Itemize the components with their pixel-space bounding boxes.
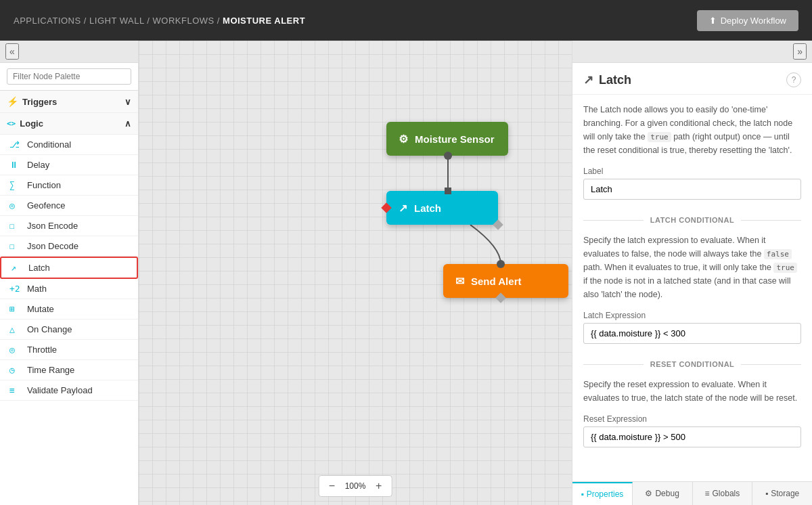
sidebar-item-delay[interactable]: ⏸ Delay [0, 155, 138, 175]
sidebar-item-icon-8: ⊞ [9, 304, 24, 314]
sidebar-item-json-decode[interactable]: ☐ Json Decode [0, 236, 138, 257]
latch-conditional-divider: LATCH CONDITIONAL [583, 216, 801, 224]
sidebar-item-label-0: Conditional [27, 139, 71, 150]
zoom-level: 100% [342, 481, 369, 491]
latch-title-label: Latch [599, 73, 631, 87]
sidebar-item-icon-5: ☐ [9, 241, 24, 251]
sidebar-collapse-button[interactable]: « [5, 43, 19, 60]
tab-globals[interactable]: ≡ Globals [693, 482, 753, 505]
latch-node-icon: ↗ [399, 202, 407, 215]
tab-icon-1: ⚙ [645, 489, 652, 498]
right-panel-header: ↗ Latch ? [572, 63, 812, 95]
tab-icon-0: ▪ [581, 489, 583, 499]
moisture-sensor-label: Moisture Sensor [415, 133, 495, 145]
sidebar-item-icon-10: ◎ [9, 345, 24, 355]
right-panel-body: The Latch node allows you to easily do '… [572, 95, 812, 481]
right-panel-top-controls: » [572, 41, 812, 63]
node-send-alert[interactable]: ✉ Send Alert [443, 264, 568, 298]
help-icon[interactable]: ? [786, 72, 801, 87]
sidebar-item-label-7: Math [27, 284, 47, 294]
zoom-out-button[interactable]: − [326, 479, 338, 493]
deploy-workflow-button[interactable]: ⬆ Deploy Workflow [697, 10, 798, 31]
sidebar-item-time-range[interactable]: ◷ Time Range [0, 360, 138, 380]
sidebar-item-icon-1: ⏸ [9, 160, 24, 170]
send-alert-label: Send Alert [471, 276, 521, 287]
sidebar-section-triggers-header[interactable]: ⚡ Triggers ∨ [0, 91, 138, 112]
sidebar-item-icon-0: ⎇ [9, 139, 24, 150]
reset-conditional-description: Specify the reset expression to evaluate… [583, 378, 801, 405]
right-panel-tabs: ▪ Properties ⚙ Debug ≡ Globals ▪ Storage [572, 481, 812, 505]
send-alert-icon: ✉ [455, 275, 464, 288]
sidebar-item-icon-4: ☐ [9, 221, 24, 231]
deploy-label: Deploy Workflow [721, 16, 786, 26]
sidebar-item-icon-2: ∑ [9, 180, 24, 190]
canvas-area[interactable]: ⚙ Moisture Sensor ↗ Latch ✉ Send Alert −… [139, 41, 572, 505]
right-panel: » ↗ Latch ? The Latch node allows you to… [572, 41, 812, 505]
tab-label-1: Debug [655, 489, 679, 498]
sidebar-item-label-10: Throttle [27, 345, 57, 355]
tab-debug[interactable]: ⚙ Debug [633, 482, 693, 505]
tab-label-0: Properties [587, 489, 624, 499]
tab-storage[interactable]: ▪ Storage [752, 482, 812, 505]
sidebar-item-math[interactable]: +2 Math [0, 279, 138, 299]
sidebar-item-icon-11: ◷ [9, 365, 24, 375]
latch-description: The Latch node allows you to easily do '… [583, 103, 801, 157]
sidebar-item-icon-12: ≡ [9, 385, 24, 395]
sidebar-item-conditional[interactable]: ⎇ Conditional [0, 135, 138, 155]
main-layout: « ⚡ Triggers ∨ <> Logic ∧ [0, 41, 812, 505]
deploy-icon: ⬆ [709, 16, 717, 26]
latch-node-label: Latch [414, 202, 441, 214]
latch-expression-label: Latch Expression [583, 311, 801, 320]
sidebar-section-triggers: ⚡ Triggers ∨ [0, 91, 138, 113]
connector-latch-top [445, 188, 451, 194]
breadcrumb: APPLICATIONS / LIGHT WALL / WORKFLOWS / … [14, 16, 305, 26]
sidebar-item-label-12: Validate Payload [27, 385, 93, 395]
sidebar: « ⚡ Triggers ∨ <> Logic ∧ [0, 41, 139, 505]
sidebar-item-label-6: Latch [28, 263, 50, 273]
tab-icon-3: ▪ [765, 489, 768, 498]
sidebar-item-label-8: Mutate [27, 304, 54, 314]
sidebar-search-area [0, 63, 138, 91]
sidebar-item-validate-payload[interactable]: ≡ Validate Payload [0, 380, 138, 401]
triggers-chevron: ∨ [125, 97, 131, 107]
triggers-icon: ⚡ [7, 96, 18, 107]
canvas-toolbar: − 100% + [319, 475, 392, 497]
sidebar-section-logic-header[interactable]: <> Logic ∧ [0, 113, 138, 134]
sidebar-triggers-label: Triggers [22, 97, 57, 107]
breadcrumb-workflows[interactable]: WORKFLOWS [153, 16, 215, 26]
sidebar-item-throttle[interactable]: ◎ Throttle [0, 340, 138, 360]
reset-conditional-divider: RESET CONDITIONAL [583, 360, 801, 368]
sidebar-item-label-9: On Change [27, 324, 72, 334]
search-input[interactable] [7, 68, 131, 85]
moisture-sensor-icon: ⚙ [399, 133, 408, 146]
connector-moisture-bottom [444, 152, 452, 160]
sidebar-item-latch[interactable]: ↗ Latch [0, 257, 138, 279]
sidebar-item-label-3: Geofence [27, 200, 65, 211]
sidebar-item-mutate[interactable]: ⊞ Mutate [0, 299, 138, 320]
sidebar-item-icon-3: ◎ [9, 200, 24, 211]
sidebar-section-logic: <> Logic ∧ [0, 113, 138, 135]
sidebar-item-icon-9: △ [9, 324, 24, 334]
sidebar-item-geofence[interactable]: ◎ Geofence [0, 196, 138, 216]
tab-label-3: Storage [771, 489, 799, 498]
breadcrumb-current: MOISTURE ALERT [223, 16, 305, 26]
sidebar-item-label-5: Json Decode [27, 241, 78, 251]
right-panel-title: ↗ Latch [583, 72, 631, 87]
logic-icon: <> [7, 119, 16, 128]
sidebar-item-label-11: Time Range [27, 365, 74, 375]
zoom-in-button[interactable]: + [373, 479, 384, 493]
sidebar-logic-label: Logic [20, 118, 43, 129]
tab-label-2: Globals [713, 489, 740, 498]
reset-expression-input[interactable] [583, 426, 801, 447]
breadcrumb-light-wall[interactable]: LIGHT WALL [89, 16, 144, 26]
node-latch[interactable]: ↗ Latch [386, 191, 498, 225]
latch-expression-input[interactable] [583, 323, 801, 344]
tab-properties[interactable]: ▪ Properties [572, 482, 633, 505]
sidebar-item-on-change[interactable]: △ On Change [0, 320, 138, 340]
right-panel-collapse-button[interactable]: » [793, 43, 807, 60]
node-moisture-sensor[interactable]: ⚙ Moisture Sensor [386, 122, 508, 156]
breadcrumb-applications[interactable]: APPLICATIONS [14, 16, 81, 26]
sidebar-item-json-encode[interactable]: ☐ Json Encode [0, 216, 138, 236]
sidebar-item-function[interactable]: ∑ Function [0, 175, 138, 196]
label-field-input[interactable] [583, 179, 801, 200]
